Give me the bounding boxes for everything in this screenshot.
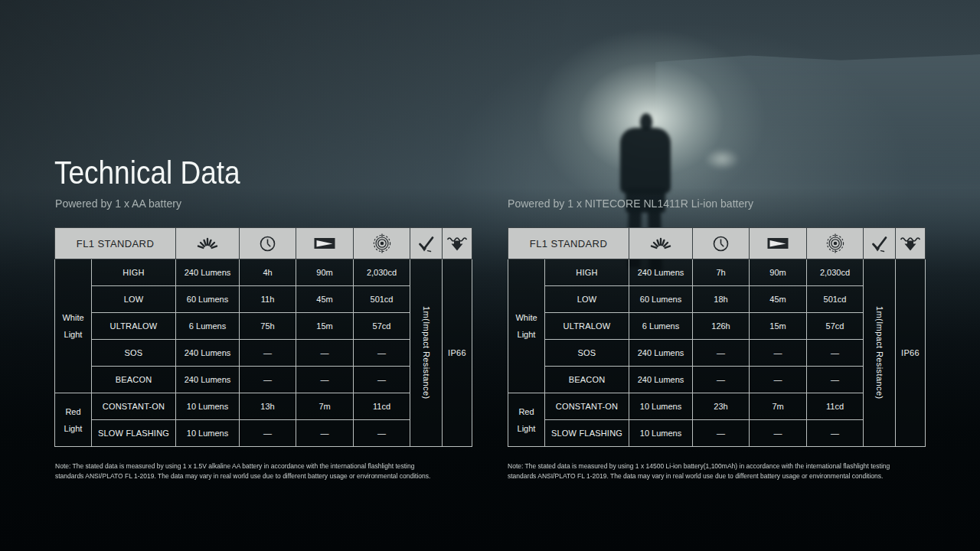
table-row: SLOW FLASHING 10 Lumens — — — [55,420,472,447]
intensity-cell: — [807,340,864,367]
runtime-cell: — [693,340,750,367]
mode-cell: SOS [92,340,176,367]
runtime-cell: — [693,420,750,447]
table-row: LOW 60 Lumens 11h 45m 501cd [55,286,472,313]
waterproof-rating-cell: IP66 [443,259,472,447]
table-row: White Light HIGH 240 Lumens 4h 90m 2,030… [55,259,472,286]
note-liion: Note: The stated data is measured by usi… [508,461,932,482]
runtime-cell: 7h [693,259,750,286]
table-row: SOS 240 Lumens — — — [55,340,472,367]
mode-cell: ULTRALOW [545,313,629,340]
distance-cell: 90m [296,259,354,286]
mode-cell: BEACON [92,367,176,393]
note-aa: Note: The stated data is measured by usi… [55,461,479,482]
intensity-cell: 11cd [354,393,410,420]
mode-cell: CONSTANT-ON [545,393,629,420]
runtime-cell: — [240,367,296,393]
page-title: Technical Data [54,154,240,191]
waterproof-rating-cell: IP66 [896,259,926,447]
group-label-white-light: White Light [55,259,92,393]
lumens-cell: 6 Lumens [629,313,693,340]
table-row: BEACON 240 Lumens — — — [55,367,472,393]
impact-resistance-icon [410,228,443,259]
distance-cell: — [296,367,354,393]
beam-distance-icon [296,228,354,259]
runtime-cell: 18h [693,286,750,313]
fl1-table-aa: FL1 STANDARD [54,227,472,447]
distance-cell: — [750,340,807,367]
table-row: ULTRALOW 6 Lumens 75h 15m 57cd [55,313,472,340]
waterproof-icon [443,228,472,259]
lumens-cell: 10 Lumens [176,393,240,420]
fl1-standard-header: FL1 STANDARD [508,228,629,259]
table-row: BEACON 240 Lumens — — — [508,367,926,393]
group-label-white-light: White Light [508,259,545,393]
runtime-cell: 75h [240,313,296,340]
distance-cell: 15m [750,313,807,340]
lumens-cell: 240 Lumens [629,259,693,286]
intensity-cell: 57cd [354,313,410,340]
runtime-cell: — [693,367,750,393]
table-row: LOW 60 Lumens 18h 45m 501cd [508,286,926,313]
table-row: SLOW FLASHING 10 Lumens — — — [508,420,926,447]
distance-cell: 45m [296,286,354,313]
intensity-cell: 57cd [807,313,864,340]
lumens-cell: 60 Lumens [629,286,693,313]
header-row: FL1 STANDARD [55,228,472,259]
note-line: Note: The stated data is measured by usi… [55,461,479,471]
distance-cell: — [296,420,354,447]
runtime-cell: 126h [693,313,750,340]
mode-cell: LOW [545,286,629,313]
beam-distance-icon [750,228,807,259]
intensity-cell: — [354,340,410,367]
mode-cell: SLOW FLASHING [545,420,629,447]
lumens-cell: 240 Lumens [629,340,693,367]
distance-cell: 7m [750,393,807,420]
mode-cell: CONSTANT-ON [92,393,176,420]
intensity-cell: — [807,367,864,393]
lumens-cell: 240 Lumens [176,259,240,286]
runtime-cell: — [240,340,296,367]
impact-resistance-icon [864,228,896,259]
intensity-cell: — [354,420,410,447]
mode-cell: BEACON [545,367,629,393]
lumens-cell: 6 Lumens [176,313,240,340]
lumens-cell: 240 Lumens [629,367,693,393]
runtime-cell: — [240,420,296,447]
lumens-cell: 10 Lumens [629,420,693,447]
group-label-red-light: Red Light [508,393,545,447]
note-line: standards ANSI/PLATO FL 1-2019. The data… [55,471,479,481]
mode-cell: SLOW FLASHING [92,420,176,447]
lumens-cell: 10 Lumens [629,393,693,420]
intensity-cell: — [807,420,864,447]
impact-resistance-cell: 1m(Impact Resistance) [864,259,896,447]
distance-cell: 45m [750,286,807,313]
runtime-cell: 11h [240,286,296,313]
beam-intensity-icon [807,228,864,259]
runtime-cell: 4h [240,259,296,286]
distance-cell: — [750,420,807,447]
runtime-icon [693,228,750,259]
intensity-cell: 501cd [354,286,410,313]
group-label-red-light: Red Light [55,393,92,447]
distance-cell: — [296,340,354,367]
intensity-cell: 2,030cd [807,259,864,286]
lumens-cell: 240 Lumens [176,340,240,367]
distance-cell: 15m [296,313,354,340]
light-output-icon [629,228,693,259]
runtime-icon [240,228,296,259]
table-row: Red Light CONSTANT-ON 10 Lumens 23h 7m 1… [508,393,926,420]
spec-sheet-page: Technical Data Powered by 1 x AA battery… [0,0,980,551]
mode-cell: HIGH [545,259,629,286]
table-row: White Light HIGH 240 Lumens 7h 90m 2,030… [508,259,926,286]
light-output-icon [176,228,240,259]
mode-cell: LOW [92,286,176,313]
mode-cell: ULTRALOW [92,313,176,340]
distance-cell: 7m [296,393,354,420]
intensity-cell: 501cd [807,286,864,313]
impact-resistance-cell: 1m(Impact Resistance) [410,259,443,447]
lumens-cell: 10 Lumens [176,420,240,447]
header-row: FL1 STANDARD [508,228,926,259]
fl1-table-liion: FL1 STANDARD [508,227,926,447]
mode-cell: HIGH [92,259,176,286]
